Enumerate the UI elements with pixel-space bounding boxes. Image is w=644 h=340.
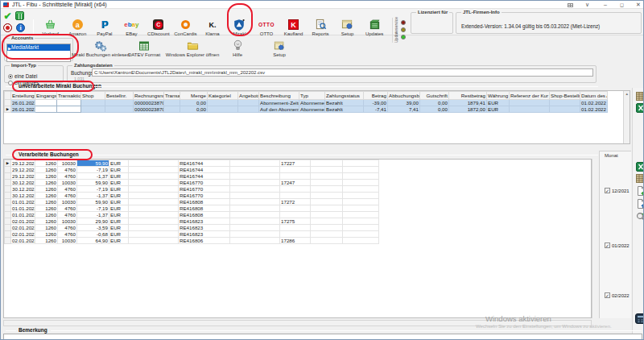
table-cell[interactable]: 1260 [35, 212, 58, 218]
table-cell[interactable] [208, 100, 238, 106]
column-header[interactable]: Währung [487, 92, 510, 100]
table-cell[interactable] [129, 231, 179, 238]
table-cell[interactable] [280, 212, 311, 218]
table-cell[interactable] [311, 212, 343, 218]
table-cell[interactable]: 02.01.2022 [11, 225, 35, 231]
table-cell[interactable]: 26.01.2022 [11, 100, 35, 106]
table-row[interactable]: 30.12.202112604760-1,37EURRE416770 [5, 193, 379, 199]
table-cell[interactable]: 39,00 [388, 100, 420, 106]
table-cell[interactable] [280, 186, 311, 193]
table-cell[interactable]: 29,90 [77, 218, 109, 225]
table-row[interactable]: 30.12.202112601003059,90EURRE41677017247 [5, 180, 379, 186]
table-cell[interactable]: RE416808 [179, 199, 230, 205]
table-cell[interactable]: -1,37 [77, 173, 109, 180]
table-cell[interactable]: 1260 [35, 218, 58, 225]
table-cell[interactable]: 000000238703 [134, 100, 164, 106]
table-cell[interactable]: RE416806 [179, 238, 230, 244]
month-checkbox-12-2021[interactable]: 12/2021 [605, 188, 630, 193]
table-cell[interactable] [550, 106, 580, 113]
table-cell[interactable]: RE416823 [179, 218, 230, 225]
table-cell[interactable]: Bezahlt [325, 106, 364, 113]
table-cell[interactable] [311, 180, 343, 186]
table-cell[interactable] [230, 167, 280, 173]
table-cell[interactable] [129, 160, 179, 167]
table-cell[interactable] [129, 180, 179, 186]
table-cell[interactable]: 10030 [58, 218, 77, 225]
open-document-button[interactable] [635, 199, 644, 209]
month-checkbox-01-2022[interactable]: 01/2022 [605, 243, 630, 248]
table-cell[interactable]: 59,90 [77, 180, 109, 186]
table-cell[interactable]: EUR [109, 173, 129, 180]
table-cell[interactable] [343, 167, 379, 173]
column-header[interactable]: Menge [180, 92, 208, 100]
confirm-button[interactable]: ✔ [2, 10, 13, 21]
table-cell[interactable] [230, 225, 280, 231]
table-cell[interactable]: -39,00 [364, 100, 388, 106]
processed-vscrollbar[interactable]: ▲ ▼ [592, 159, 599, 318]
table-cell[interactable] [230, 160, 280, 167]
column-header[interactable]: Abbuchungsbetrag [388, 92, 420, 100]
table-cell[interactable] [129, 218, 179, 225]
table-row[interactable]: 02.01.202212604760-3,59EURRE416823 [5, 225, 379, 231]
table-cell[interactable] [238, 100, 259, 106]
table-cell[interactable] [230, 218, 280, 225]
table-cell[interactable]: 29.12.2021 [11, 167, 35, 173]
table-cell[interactable] [105, 106, 134, 113]
table-cell[interactable]: 1260 [35, 225, 58, 231]
toolbar-button-updates[interactable]: Updates [361, 18, 388, 42]
table-cell[interactable]: 17227 [280, 160, 311, 167]
table-cell[interactable] [129, 167, 179, 173]
table-cell[interactable]: Bezahlt [325, 100, 364, 106]
toolbar-button-setup[interactable]: Setup [334, 18, 361, 42]
table-cell[interactable]: 59,90 [77, 160, 109, 167]
table-cell[interactable]: 10030 [58, 160, 77, 167]
table-cell[interactable]: -7,41 [364, 106, 388, 113]
table-cell[interactable]: 1879,41 [449, 100, 487, 106]
table-cell[interactable]: RE416770 [179, 186, 230, 193]
table-cell[interactable] [57, 100, 81, 106]
column-header[interactable]: Referenz der Kur [510, 92, 550, 100]
table-cell[interactable]: EUR [109, 199, 129, 205]
table-cell[interactable] [164, 106, 180, 113]
table-cell[interactable]: 01.02.2022 [580, 106, 608, 113]
table-cell[interactable]: RE416770 [179, 180, 230, 186]
close-button[interactable]: ✕ [636, 1, 641, 9]
table-cell[interactable]: 4760 [58, 231, 77, 238]
table-row[interactable]: 29.12.202112604760-7,19EURRE416744 [5, 167, 379, 173]
table-cell[interactable] [343, 238, 379, 244]
table-cell[interactable]: 10030 [58, 238, 77, 244]
chevron-down-icon[interactable]: ∨ [585, 1, 589, 9]
table-cell[interactable] [81, 106, 105, 113]
column-header[interactable]: Beschreibung [259, 92, 299, 100]
table-cell[interactable]: 26.01.2022 [11, 106, 35, 113]
table-cell[interactable]: -1,37 [77, 212, 109, 218]
table-cell[interactable]: 10030 [58, 199, 77, 205]
table-cell[interactable]: EUR [487, 106, 510, 113]
info-button[interactable]: i [16, 23, 25, 32]
table-cell[interactable]: 1260 [35, 238, 58, 244]
table-cell[interactable]: RE416770 [179, 193, 230, 199]
export-excel-button[interactable] [635, 103, 644, 113]
table-cell[interactable]: 7,41 [388, 106, 420, 113]
table-cell[interactable]: 30.12.2021 [11, 186, 35, 193]
table-cell[interactable]: Auf den Abonnements [259, 106, 299, 113]
table-cell[interactable]: 29.12.2021 [11, 173, 35, 180]
table-cell[interactable]: EUR [109, 225, 129, 231]
table-cell[interactable] [311, 173, 343, 180]
table-cell[interactable] [343, 199, 379, 205]
scroll-up-icon[interactable]: ▲ [625, 92, 629, 97]
table-cell[interactable]: 0,00 [420, 100, 449, 106]
table-cell[interactable]: 29.12.2021 [11, 160, 35, 167]
table-cell[interactable]: 17272 [280, 199, 311, 205]
accounts-list[interactable]: ▶ MediaMarkt [6, 44, 71, 62]
table-cell[interactable] [343, 218, 379, 225]
table-cell[interactable] [230, 205, 280, 212]
table-cell[interactable]: 000000238703 [134, 106, 164, 113]
table-row[interactable]: 02.01.202212601003064,90EURRE41680617286 [5, 238, 379, 244]
table-cell[interactable]: RE416823 [179, 225, 230, 231]
search-add-button[interactable] [635, 212, 644, 222]
table-cell[interactable] [510, 106, 550, 113]
table-cell[interactable] [343, 212, 379, 218]
table-cell[interactable]: 4760 [58, 225, 77, 231]
table-cell[interactable] [208, 106, 238, 113]
